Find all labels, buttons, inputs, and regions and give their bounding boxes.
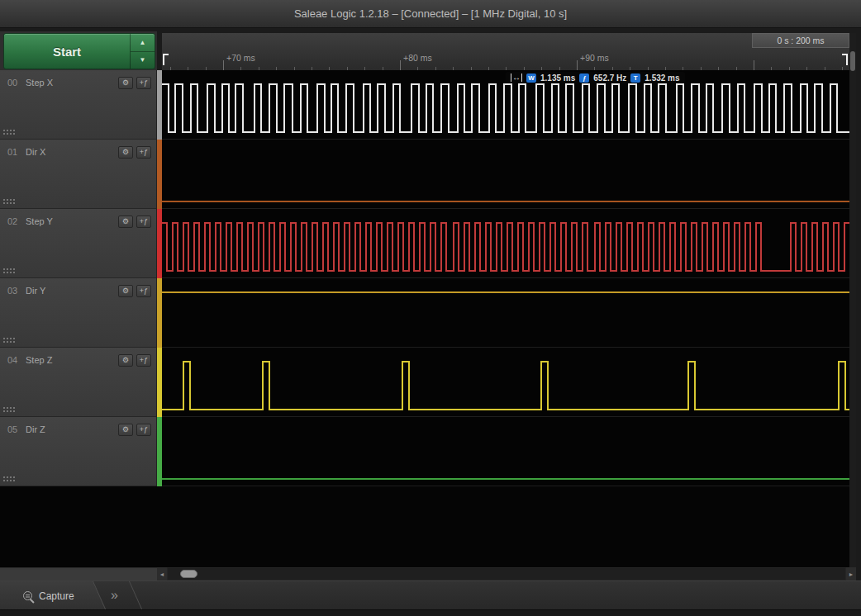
channel-buttons: ⚙+ƒ <box>118 285 151 297</box>
h-scroll-thumb[interactable] <box>180 570 197 578</box>
tab-divider <box>129 581 143 610</box>
frequency-value: 652.7 Hz <box>593 73 626 83</box>
channel-settings-gear-icon[interactable]: ⚙ <box>118 77 133 89</box>
waveform-row-03[interactable] <box>162 278 849 348</box>
device-panel-header: Start ▲ ▼ <box>0 31 157 70</box>
channel-buttons: ⚙+ƒ <box>118 424 151 436</box>
capture-start-marker <box>163 54 169 65</box>
waveform-row-01[interactable] <box>162 140 849 209</box>
channel-settings-gear-icon[interactable]: ⚙ <box>118 354 133 367</box>
channel-index: 02 <box>7 216 17 226</box>
zoom-search-icon <box>23 591 32 600</box>
ruler-major-tick <box>223 60 224 70</box>
capture-tab[interactable]: Capture <box>0 581 106 610</box>
measurement-tooltip: ↔ W 1.135 ms ƒ 652.7 Hz T 1.532 ms <box>506 72 685 83</box>
capture-options-dropdown[interactable]: ▲ ▼ <box>130 34 155 69</box>
channel-name: Step X <box>26 78 53 88</box>
channel-name: Dir Z <box>26 424 45 434</box>
waveform-step-z <box>162 348 849 417</box>
add-measurement-icon[interactable]: +ƒ <box>136 285 151 297</box>
ruler-tick-label: +80 ms <box>403 53 432 63</box>
title-bar: Saleae Logic 1.2.18 – [Connected] – [1 M… <box>0 0 861 28</box>
ruler-tick-label: +70 ms <box>226 53 255 63</box>
add-measurement-icon[interactable]: +ƒ <box>136 216 151 228</box>
channel-index: 00 <box>7 78 17 88</box>
application-window: Saleae Logic 1.2.18 – [Connected] – [1 M… <box>0 0 861 616</box>
ruler-tick-label: +90 ms <box>580 53 609 63</box>
waveform-dir-y <box>162 278 849 348</box>
channel-row-01: 01Dir X⚙+ƒ <box>0 140 156 209</box>
channel-name: Dir X <box>26 147 45 157</box>
frequency-badge-icon: ƒ <box>579 73 589 83</box>
scroll-left-button[interactable]: ◄ <box>157 567 167 580</box>
channel-buttons: ⚙+ƒ <box>118 216 151 228</box>
waveform-dir-z <box>162 417 849 486</box>
add-measurement-icon[interactable]: +ƒ <box>136 424 151 436</box>
waveform-row-05[interactable] <box>162 417 849 486</box>
period-value: 1.532 ms <box>645 73 679 83</box>
channel-drag-handle[interactable] <box>2 337 17 344</box>
channel-settings-gear-icon[interactable]: ⚙ <box>118 424 133 436</box>
vertical-scrollbar[interactable] <box>849 33 856 567</box>
channel-settings-gear-icon[interactable]: ⚙ <box>118 216 133 228</box>
channel-label-panel: 00Step X⚙+ƒ01Dir X⚙+ƒ02Step Y⚙+ƒ03Dir Y⚙… <box>0 70 157 486</box>
add-measurement-icon[interactable]: +ƒ <box>136 146 151 159</box>
waveform-dir-x <box>162 140 849 209</box>
waveform-area[interactable] <box>162 70 849 486</box>
channel-row-05: 05Dir Z⚙+ƒ <box>0 417 156 486</box>
channel-index: 04 <box>7 355 17 365</box>
start-button-group: Start ▲ ▼ <box>3 33 155 69</box>
channel-row-03: 03Dir Y⚙+ƒ <box>0 278 156 348</box>
waveform-row-04[interactable] <box>162 348 849 417</box>
channel-drag-handle[interactable] <box>2 268 17 274</box>
capture-tab-label: Capture <box>39 590 74 602</box>
scrollbar-left-filler <box>0 567 157 580</box>
channel-buttons: ⚙+ƒ <box>118 146 151 159</box>
timeline-ruler[interactable]: 0 s : 200 ms +70 ms+80 ms+90 ms <box>162 33 849 71</box>
channel-settings-gear-icon[interactable]: ⚙ <box>118 285 133 297</box>
channel-index: 03 <box>7 286 17 296</box>
ruler-major-tick <box>400 60 401 70</box>
waveform-row-02[interactable] <box>162 209 849 278</box>
view-range-label: 0 s : 200 ms <box>752 33 849 48</box>
channel-index: 05 <box>7 424 17 434</box>
channel-name: Step Z <box>26 355 52 365</box>
wave-path <box>162 362 849 410</box>
start-button[interactable]: Start <box>4 34 130 69</box>
h-scroll-track[interactable] <box>168 568 845 580</box>
channel-settings-gear-icon[interactable]: ⚙ <box>118 146 133 159</box>
v-scroll-thumb[interactable] <box>850 51 855 71</box>
channel-row-02: 02Step Y⚙+ƒ <box>0 209 156 278</box>
options-down-arrow-icon: ▼ <box>131 52 155 69</box>
channel-name: Step Y <box>26 216 53 226</box>
scroll-right-button[interactable]: ► <box>846 567 856 580</box>
channel-drag-handle[interactable] <box>2 129 17 135</box>
channel-name: Dir Y <box>26 286 45 296</box>
width-badge-icon: W <box>526 73 536 83</box>
ruler-major-tick <box>577 60 578 70</box>
channel-buttons: ⚙+ƒ <box>118 354 151 367</box>
channel-drag-handle[interactable] <box>2 406 17 413</box>
horizontal-scrollbar[interactable]: ◄ ► <box>157 567 856 580</box>
add-measurement-icon[interactable]: +ƒ <box>136 77 151 89</box>
wave-path <box>162 223 849 271</box>
status-strip <box>0 609 861 616</box>
width-value: 1.135 ms <box>540 73 575 83</box>
more-tabs-chevrons-icon[interactable]: » <box>111 581 118 610</box>
channel-buttons: ⚙+ƒ <box>118 77 151 89</box>
waveform-step-y <box>162 209 849 278</box>
ruler-major-tick <box>754 60 754 70</box>
width-arrows-icon: ↔ <box>511 73 522 82</box>
channel-index: 01 <box>7 147 17 157</box>
options-up-arrow-icon: ▲ <box>131 34 155 51</box>
bottom-tab-bar: Capture » <box>0 580 861 609</box>
window-title: Saleae Logic 1.2.18 – [Connected] – [1 M… <box>294 7 567 20</box>
channel-drag-handle[interactable] <box>2 476 17 482</box>
capture-end-marker <box>842 54 848 65</box>
channel-row-00: 00Step X⚙+ƒ <box>0 70 156 140</box>
channel-row-04: 04Step Z⚙+ƒ <box>0 348 156 417</box>
channel-drag-handle[interactable] <box>2 198 17 205</box>
empty-canvas-area <box>0 486 856 567</box>
add-measurement-icon[interactable]: +ƒ <box>136 354 151 367</box>
wave-path <box>162 84 849 132</box>
